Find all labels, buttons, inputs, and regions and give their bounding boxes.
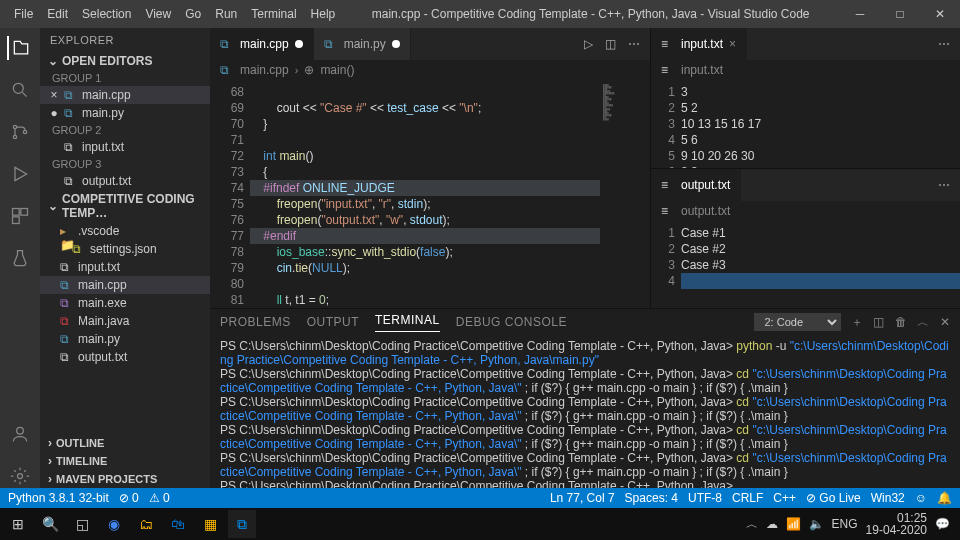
menu-view[interactable]: View (139, 3, 177, 25)
editor-tab[interactable]: ⧉main.cpp (210, 28, 314, 60)
svg-point-0 (13, 83, 23, 93)
code-editor[interactable]: cout << "Case #" << test_case << "\n"; }… (250, 80, 600, 308)
menu-go[interactable]: Go (179, 3, 207, 25)
vscode-taskbar-icon[interactable]: ⧉ (228, 510, 256, 538)
menu-file[interactable]: File (8, 3, 39, 25)
editor-group-label: GROUP 1 (40, 70, 210, 86)
search-taskbar-icon[interactable]: 🔍 (36, 510, 64, 538)
open-editor-item[interactable]: ⧉ output.txt (40, 172, 210, 190)
tab-input-txt[interactable]: ≡input.txt× (651, 28, 747, 60)
status-item[interactable]: Spaces: 4 (625, 491, 678, 505)
open-editor-item[interactable]: ●⧉ main.py (40, 104, 210, 122)
open-editor-item[interactable]: ⧉ input.txt (40, 138, 210, 156)
more-actions-icon[interactable]: ⋯ (938, 37, 950, 51)
file-tree-item[interactable]: ⧉ input.txt (40, 258, 210, 276)
close-tab-icon[interactable]: × (729, 37, 736, 51)
wifi-icon[interactable]: 📶 (786, 517, 801, 531)
panel-tab-problems[interactable]: PROBLEMS (220, 315, 291, 329)
system-tray[interactable]: ︿ ☁ 📶 🔈 ENG 01:2519-04-2020 💬 (746, 512, 956, 536)
status-item[interactable]: Win32 (871, 491, 905, 505)
file-tree-item[interactable]: ⧉ main.cpp (40, 276, 210, 294)
status-item[interactable]: ⊘ 0 (119, 491, 139, 505)
svg-rect-4 (13, 209, 20, 216)
status-item[interactable]: ⚠ 0 (149, 491, 170, 505)
minimap[interactable]: ████████████████████████████████████████… (600, 80, 650, 308)
status-item[interactable]: ☺ (915, 491, 927, 505)
right-editor-group: ≡input.txt× ⋯ ≡input.txt 1234567 35 210 … (650, 28, 960, 308)
file-tree-item[interactable]: ⧉ Main.java (40, 312, 210, 330)
open-editors-section[interactable]: OPEN EDITORS (40, 52, 210, 70)
menu-selection[interactable]: Selection (76, 3, 137, 25)
explorer-icon[interactable] (7, 36, 31, 60)
start-button[interactable]: ⊞ (4, 510, 32, 538)
run-button[interactable]: ▷ (584, 37, 593, 51)
menu-terminal[interactable]: Terminal (245, 3, 302, 25)
line-gutter: 1234567 (651, 80, 681, 168)
status-item[interactable]: Ln 77, Col 7 (550, 491, 615, 505)
menu-help[interactable]: Help (305, 3, 342, 25)
status-item[interactable]: 🔔 (937, 491, 952, 505)
breadcrumb[interactable]: ⧉main.cpp › ⊕main() (210, 60, 650, 80)
terminal[interactable]: PS C:\Users\chinm\Desktop\Coding Practic… (210, 335, 960, 488)
input-editor[interactable]: 35 210 13 15 16 175 69 10 20 26 308 31 2… (681, 80, 946, 168)
minimize-button[interactable]: ─ (840, 0, 880, 28)
svg-point-1 (13, 125, 16, 128)
settings-gear-icon[interactable] (8, 464, 32, 488)
svg-point-2 (13, 135, 16, 138)
language-indicator[interactable]: ENG (832, 517, 858, 531)
file-tree-item[interactable]: ⧉ output.txt (40, 348, 210, 366)
file-tree-item[interactable]: ▸ 📁 .vscode (40, 222, 210, 240)
split-editor-icon[interactable]: ◫ (605, 37, 616, 51)
more-actions-icon[interactable]: ⋯ (938, 178, 950, 192)
volume-icon[interactable]: 🔈 (809, 517, 824, 531)
file-tree-item[interactable]: ⧉ main.exe (40, 294, 210, 312)
folder-section[interactable]: COMPETITIVE CODING TEMP… (40, 190, 210, 222)
tray-chevron-icon[interactable]: ︿ (746, 516, 758, 533)
tab-output-txt[interactable]: ≡output.txt (651, 169, 741, 201)
status-item[interactable]: Python 3.8.1 32-bit (8, 491, 109, 505)
source-control-icon[interactable] (8, 120, 32, 144)
chrome-icon[interactable]: ◉ (100, 510, 128, 538)
editor-tab[interactable]: ⧉main.py (314, 28, 411, 60)
test-icon[interactable] (8, 246, 32, 270)
more-actions-icon[interactable]: ⋯ (628, 37, 640, 51)
menu-run[interactable]: Run (209, 3, 243, 25)
maximize-button[interactable]: □ (880, 0, 920, 28)
run-debug-icon[interactable] (8, 162, 32, 186)
clock[interactable]: 01:2519-04-2020 (866, 512, 927, 536)
section-timeline[interactable]: TIMELINE (40, 452, 210, 470)
app-icon[interactable]: ▦ (196, 510, 224, 538)
panel-tab-output[interactable]: OUTPUT (307, 315, 359, 329)
section-outline[interactable]: OUTLINE (40, 434, 210, 452)
output-editor[interactable]: Case #1Case #2Case #3 (681, 221, 960, 309)
editor-group-label: GROUP 3 (40, 156, 210, 172)
panel-tab-terminal[interactable]: TERMINAL (375, 313, 440, 332)
file-explorer-icon[interactable]: 🗂 (132, 510, 160, 538)
close-panel-icon[interactable]: ✕ (940, 315, 951, 329)
status-item[interactable]: CRLF (732, 491, 763, 505)
maximize-panel-icon[interactable]: ︿ (917, 314, 930, 331)
accounts-icon[interactable] (8, 422, 32, 446)
menu-edit[interactable]: Edit (41, 3, 74, 25)
status-item[interactable]: C++ (773, 491, 796, 505)
notifications-icon[interactable]: 💬 (935, 517, 950, 531)
task-view-icon[interactable]: ◱ (68, 510, 96, 538)
kill-terminal-icon[interactable]: 🗑 (895, 315, 908, 329)
scrollbar[interactable] (946, 80, 960, 168)
status-item[interactable]: ⊘ Go Live (806, 491, 861, 505)
section-maven-projects[interactable]: MAVEN PROJECTS (40, 470, 210, 488)
status-item[interactable]: UTF-8 (688, 491, 722, 505)
extensions-icon[interactable] (8, 204, 32, 228)
terminal-selector[interactable]: 2: Code (754, 313, 841, 331)
close-button[interactable]: ✕ (920, 0, 960, 28)
search-icon[interactable] (8, 78, 32, 102)
activity-bar (0, 28, 40, 488)
open-editor-item[interactable]: ×⧉ main.cpp (40, 86, 210, 104)
windows-taskbar: ⊞ 🔍 ◱ ◉ 🗂 🛍 ▦ ⧉ ︿ ☁ 📶 🔈 ENG 01:2519-04-2… (0, 508, 960, 540)
file-tree-item[interactable]: ⧉ main.py (40, 330, 210, 348)
onedrive-icon[interactable]: ☁ (766, 517, 778, 531)
store-icon[interactable]: 🛍 (164, 510, 192, 538)
new-terminal-icon[interactable]: ＋ (851, 314, 864, 331)
panel-tab-debug-console[interactable]: DEBUG CONSOLE (456, 315, 567, 329)
split-terminal-icon[interactable]: ◫ (873, 315, 885, 329)
